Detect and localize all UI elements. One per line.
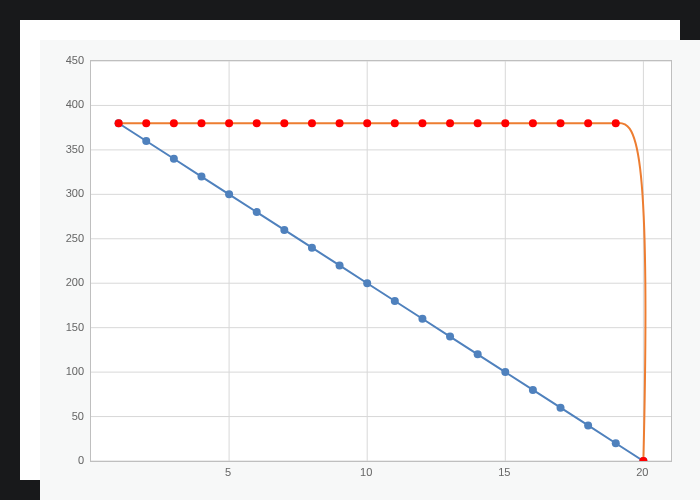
data-point	[363, 279, 371, 287]
data-point	[474, 350, 482, 358]
y-tick-label: 300	[66, 187, 84, 199]
data-point	[170, 155, 178, 163]
y-tick-label: 350	[66, 143, 84, 155]
data-point	[336, 119, 344, 127]
x-axis: 5101520	[40, 460, 700, 500]
data-point	[557, 404, 565, 412]
series-line-0	[119, 123, 644, 461]
data-point	[280, 119, 288, 127]
data-point	[418, 119, 426, 127]
data-point	[363, 119, 371, 127]
data-point	[197, 119, 205, 127]
data-point	[612, 439, 620, 447]
chart-plot-area	[90, 60, 672, 462]
data-point	[253, 208, 261, 216]
y-tick-label: 200	[66, 276, 84, 288]
data-point	[557, 119, 565, 127]
data-point	[225, 190, 233, 198]
chart-panel: 050100150200250300350400450 5101520	[40, 40, 700, 500]
x-tick-label: 15	[498, 466, 510, 478]
data-point	[446, 119, 454, 127]
data-point	[391, 297, 399, 305]
chart-frame: 050100150200250300350400450 5101520	[0, 0, 700, 500]
data-point	[142, 137, 150, 145]
x-tick-label: 10	[360, 466, 372, 478]
data-point	[280, 226, 288, 234]
data-point	[612, 119, 620, 127]
y-tick-label: 400	[66, 98, 84, 110]
data-point	[336, 261, 344, 269]
x-tick-label: 5	[225, 466, 231, 478]
data-point	[474, 119, 482, 127]
data-point	[529, 119, 537, 127]
data-point	[197, 173, 205, 181]
y-tick-label: 250	[66, 232, 84, 244]
data-point	[529, 386, 537, 394]
data-point	[446, 333, 454, 341]
data-point	[501, 368, 509, 376]
y-tick-label: 100	[66, 365, 84, 377]
chart-svg	[91, 61, 671, 461]
y-tick-label: 150	[66, 321, 84, 333]
data-point	[115, 119, 123, 127]
data-point	[584, 119, 592, 127]
data-point	[170, 119, 178, 127]
data-point	[225, 119, 233, 127]
data-point	[253, 119, 261, 127]
data-point	[418, 315, 426, 323]
data-point	[391, 119, 399, 127]
y-axis: 050100150200250300350400450	[40, 40, 90, 480]
data-point	[142, 119, 150, 127]
y-tick-label: 50	[72, 410, 84, 422]
data-point	[584, 421, 592, 429]
y-tick-label: 450	[66, 54, 84, 66]
x-tick-label: 20	[636, 466, 648, 478]
data-point	[501, 119, 509, 127]
data-point	[308, 119, 316, 127]
data-point	[308, 244, 316, 252]
